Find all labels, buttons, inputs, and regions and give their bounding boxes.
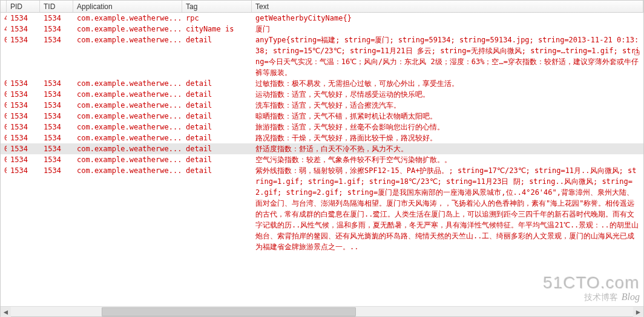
cell-tid: 1534 <box>40 111 73 122</box>
cell-text: 运动指数：适宜，天气较好，尽情感受运动的快乐吧。 <box>252 89 643 100</box>
cell-application: com.example.weatherwe... <box>73 13 182 24</box>
scroll-left-arrow-icon[interactable]: ◄ <box>1 307 11 317</box>
cell-application: com.example.weatherwe... <box>73 165 182 176</box>
cell-application: com.example.weatherwe... <box>73 100 182 111</box>
cell-tag: detail <box>182 132 252 143</box>
cell-text: getWeatherbyCityName{} <box>252 13 643 24</box>
log-row[interactable]: 0215341534com.example.weatherwe...detail… <box>1 165 643 252</box>
cell-level: 02 <box>1 89 7 100</box>
cell-level: 42 <box>1 13 7 24</box>
header-tid[interactable]: TID <box>40 1 73 12</box>
cell-level: 02 <box>1 122 7 132</box>
cell-text: 空气污染指数：较差，气象条件较不利于空气污染物扩散。。 <box>252 154 643 165</box>
cell-application: com.example.weatherwe... <box>73 24 182 34</box>
cell-pid: 1534 <box>7 143 40 154</box>
cell-application: com.example.weatherwe... <box>73 34 182 45</box>
cell-level: 42 <box>1 24 7 34</box>
log-row[interactable]: 0215341534com.example.weatherwe...detail… <box>1 89 643 100</box>
cell-pid: 1534 <box>7 122 40 132</box>
cell-tid: 1534 <box>40 100 73 111</box>
cell-tag: detail <box>182 143 252 154</box>
header-tag[interactable]: Tag <box>182 1 252 12</box>
cell-text: 厦门 <box>252 24 643 34</box>
log-row[interactable]: 0215341534com.example.weatherwe...detail… <box>1 154 643 165</box>
cell-pid: 1534 <box>7 34 40 45</box>
cell-level: 02 <box>1 165 7 176</box>
cell-application: com.example.weatherwe... <box>73 132 182 143</box>
header-text[interactable]: Text <box>252 1 643 12</box>
cell-tag: cityName is <box>182 24 252 34</box>
cell-tag: detail <box>182 154 252 165</box>
cell-level: 02 <box>1 100 7 111</box>
cell-text: 旅游指数：适宜，天气较好，丝毫不会影响您出行的心情。 <box>252 122 643 132</box>
log-row[interactable]: 4215341534com.example.weatherwe...cityNa… <box>1 24 643 34</box>
log-row[interactable]: 0215341534com.example.weatherwe...detail… <box>1 78 643 89</box>
cell-level: 02 <box>1 143 7 154</box>
cell-application: com.example.weatherwe... <box>73 111 182 122</box>
cell-tid: 1534 <box>40 78 73 89</box>
cell-tid: 1534 <box>40 34 73 45</box>
cell-pid: 1534 <box>7 100 40 111</box>
scroll-right-arrow-icon[interactable]: ► <box>633 307 643 317</box>
cell-tid: 1534 <box>40 24 73 34</box>
cell-level: 02 <box>1 154 7 165</box>
cell-tid: 1534 <box>40 132 73 143</box>
cell-text: 过敏指数：极不易发，无需担心过敏，可放心外出，享受生活。 <box>252 78 643 89</box>
cell-text: 洗车指数：适宜，天气较好，适合擦洗汽车。 <box>252 100 643 111</box>
cell-text: 晾晒指数：适宜，天气不错，抓紧时机让衣物晒太阳吧。 <box>252 111 643 122</box>
cell-pid: 1534 <box>7 111 40 122</box>
cell-level: 02 <box>1 78 7 89</box>
cell-text: 路况指数：干燥，天气较好，路面比较干燥，路况较好。 <box>252 132 643 143</box>
cell-tag: detail <box>182 100 252 111</box>
cell-tid: 1534 <box>40 143 73 154</box>
cell-tag: detail <box>182 111 252 122</box>
cell-pid: 1534 <box>7 154 40 165</box>
cell-tag: detail <box>182 165 252 176</box>
cell-level: 02 <box>1 132 7 143</box>
scroll-thumb[interactable] <box>102 307 356 316</box>
cell-tid: 1534 <box>40 154 73 165</box>
log-row[interactable]: 0215341534com.example.weatherwe...detail… <box>1 111 643 122</box>
cell-pid: 1534 <box>7 89 40 100</box>
cell-text: anyType{string=福建; string=厦门; string=591… <box>252 34 643 78</box>
header-app[interactable]: Application <box>73 1 182 12</box>
cell-tid: 1534 <box>40 89 73 100</box>
log-row[interactable]: 0215341534com.example.weatherwe...detail… <box>1 100 643 111</box>
log-row[interactable]: 0215341534com.example.weatherwe...detail… <box>1 34 643 78</box>
log-row[interactable]: 0215341534com.example.weatherwe...detail… <box>1 143 643 154</box>
cell-application: com.example.weatherwe... <box>73 143 182 154</box>
cell-pid: 1534 <box>7 165 40 176</box>
log-row[interactable]: 0215341534com.example.weatherwe...detail… <box>1 132 643 143</box>
cell-pid: 1534 <box>7 78 40 89</box>
cell-tag: detail <box>182 78 252 89</box>
cell-tid: 1534 <box>40 122 73 132</box>
cell-tid: 1534 <box>40 13 73 24</box>
cell-level: 02 <box>1 111 7 122</box>
cell-pid: 1534 <box>7 24 40 34</box>
header-level[interactable] <box>1 1 7 12</box>
scroll-track[interactable] <box>11 307 633 316</box>
table-header: PID TID Application Tag Text <box>1 1 643 13</box>
log-body[interactable]: 4215341534com.example.weatherwe...rpcget… <box>1 13 643 306</box>
cell-text: 舒适度指数：舒适，白天不冷不热，风力不大。 <box>252 143 643 154</box>
cell-tag: detail <box>182 34 252 45</box>
horizontal-scrollbar[interactable]: ◄ ► <box>1 306 643 316</box>
expand-icon <box>634 48 641 55</box>
cell-tag: detail <box>182 122 252 132</box>
cell-level: 02 <box>1 34 7 45</box>
cell-application: com.example.weatherwe... <box>73 154 182 165</box>
cell-pid: 1534 <box>7 13 40 24</box>
log-row[interactable]: 0215341534com.example.weatherwe...detail… <box>1 122 643 132</box>
cell-tid: 1534 <box>40 165 73 176</box>
cell-text: 紫外线指数：弱，辐射较弱，涂擦SPF12-15、PA+护肤品。; string=… <box>252 165 643 252</box>
header-pid[interactable]: PID <box>7 1 40 12</box>
cell-pid: 1534 <box>7 132 40 143</box>
cell-tag: detail <box>182 89 252 100</box>
log-row[interactable]: 4215341534com.example.weatherwe...rpcget… <box>1 13 643 24</box>
cell-application: com.example.weatherwe... <box>73 78 182 89</box>
cell-application: com.example.weatherwe... <box>73 89 182 100</box>
cell-application: com.example.weatherwe... <box>73 122 182 132</box>
cell-tag: rpc <box>182 13 252 24</box>
